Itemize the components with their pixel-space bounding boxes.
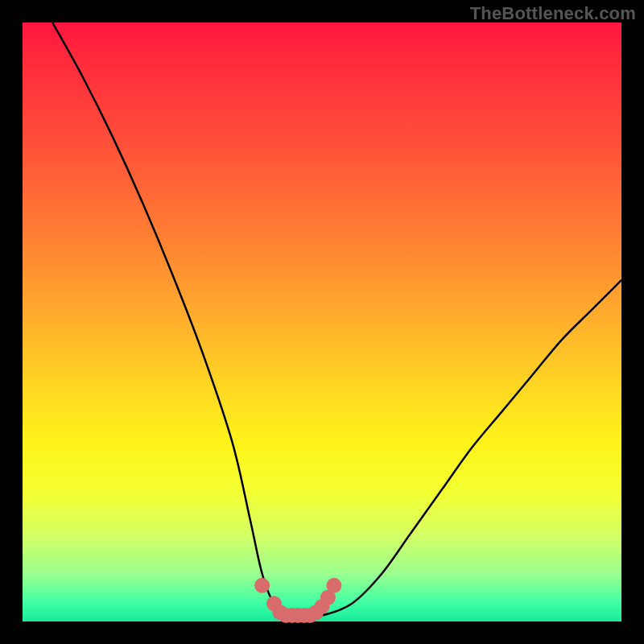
marker-band bbox=[254, 578, 341, 623]
chart-svg bbox=[23, 23, 621, 621]
marker-dot bbox=[326, 578, 341, 593]
marker-dot bbox=[254, 578, 270, 593]
watermark-text: TheBottleneck.com bbox=[470, 3, 636, 24]
bottleneck-curve-path bbox=[52, 23, 621, 617]
chart-frame: TheBottleneck.com bbox=[0, 0, 644, 644]
plot-area bbox=[23, 23, 621, 621]
bottleneck-curve bbox=[52, 23, 621, 617]
